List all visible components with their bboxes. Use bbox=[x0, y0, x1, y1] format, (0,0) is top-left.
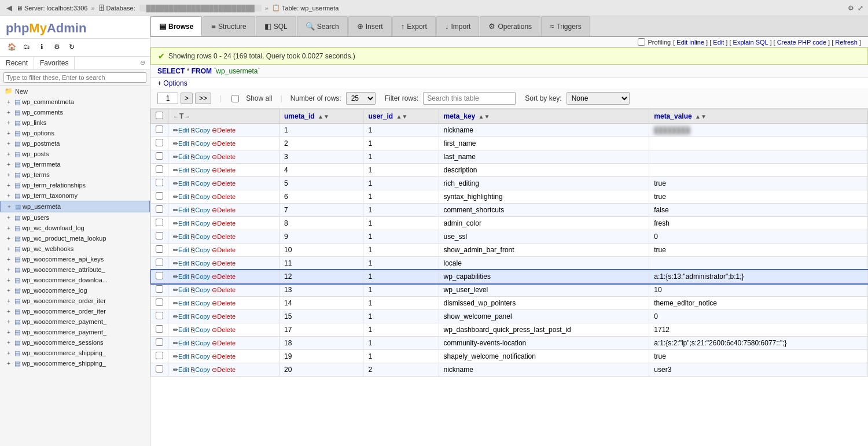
expand-icon[interactable]: + bbox=[5, 349, 13, 357]
row-checkbox[interactable] bbox=[156, 139, 163, 146]
next-page-btn[interactable]: > bbox=[181, 93, 193, 104]
expand-icon[interactable]: + bbox=[5, 139, 13, 148]
select-all-checkbox[interactable] bbox=[156, 112, 163, 119]
expand-icon[interactable]: + bbox=[5, 266, 13, 274]
row-checkbox[interactable] bbox=[156, 325, 163, 333]
settings-icon[interactable]: ⚙ bbox=[51, 41, 62, 53]
sidebar-item-wp_woocommerce_order_iter[interactable]: +▤wp_woocommerce_order_iter bbox=[0, 306, 150, 316]
row-checkbox[interactable] bbox=[156, 259, 163, 266]
edit-button[interactable]: Edit bbox=[178, 140, 189, 147]
tab-insert[interactable]: ⊕Insert bbox=[348, 16, 392, 36]
sidebar-item-wp_wc_download_log[interactable]: +▤wp_wc_download_log bbox=[0, 223, 150, 233]
sidebar-item-wp_woocommerce_log[interactable]: +▤wp_woocommerce_log bbox=[0, 285, 150, 296]
delete-button[interactable]: Delete bbox=[217, 313, 236, 320]
copy-button[interactable]: Copy bbox=[195, 246, 210, 253]
copy-button[interactable]: Copy bbox=[195, 260, 210, 267]
row-checkbox[interactable] bbox=[156, 352, 163, 359]
sidebar-new-item[interactable]: 📁 New bbox=[0, 86, 150, 97]
sidebar-item-wp_woocommerce_sessions[interactable]: +▤wp_woocommerce_sessions bbox=[0, 337, 150, 348]
col-arrow-right[interactable]: → bbox=[184, 113, 190, 120]
sidebar-item-wp_wc_product_meta_lookup[interactable]: +▤wp_wc_product_meta_lookup bbox=[0, 233, 150, 244]
row-checkbox[interactable] bbox=[156, 285, 163, 293]
expand-icon[interactable]: + bbox=[5, 98, 13, 106]
copy-button[interactable]: Copy bbox=[195, 353, 210, 360]
sidebar-item-wp_term_relationships[interactable]: +▤wp_term_relationships bbox=[0, 180, 150, 190]
expand-icon[interactable]: + bbox=[5, 181, 13, 189]
options-link[interactable]: + Options bbox=[157, 79, 187, 87]
delete-button[interactable]: Delete bbox=[217, 167, 236, 174]
row-checkbox[interactable] bbox=[156, 152, 163, 160]
copy-button[interactable]: Copy bbox=[195, 127, 210, 134]
sidebar-item-wp_users[interactable]: +▤wp_users bbox=[0, 212, 150, 223]
delete-button[interactable]: Delete bbox=[217, 180, 236, 187]
row-checkbox[interactable] bbox=[156, 232, 163, 239]
expand-icon[interactable]: + bbox=[5, 171, 13, 179]
delete-button[interactable]: Delete bbox=[217, 127, 236, 134]
edit-button[interactable]: Edit bbox=[178, 233, 189, 240]
refresh-icon[interactable]: ↻ bbox=[66, 41, 78, 53]
meta-value-sort-icon[interactable]: ▲▼ bbox=[695, 113, 707, 120]
expand-icon[interactable]: + bbox=[5, 245, 13, 253]
edit-button[interactable]: Edit bbox=[178, 300, 189, 307]
resize-window-btn[interactable]: ⤢ bbox=[858, 4, 863, 12]
sort-select[interactable]: None umeta_id user_id meta_key meta_valu… bbox=[567, 92, 630, 105]
sidebar-item-wp_options[interactable]: +▤wp_options bbox=[0, 128, 150, 138]
delete-button[interactable]: Delete bbox=[217, 260, 236, 267]
expand-icon[interactable]: + bbox=[5, 224, 13, 232]
tab-sql[interactable]: ◧SQL bbox=[256, 16, 296, 36]
delete-button[interactable]: Delete bbox=[217, 153, 236, 160]
sidebar-item-wp_woocommerce_attribute_[interactable]: +▤wp_woocommerce_attribute_ bbox=[0, 264, 150, 275]
edit-button[interactable]: Edit bbox=[178, 340, 189, 347]
edit-button[interactable]: Edit bbox=[178, 313, 189, 320]
copy-button[interactable]: Copy bbox=[195, 193, 210, 200]
profiling-link-create-php-code[interactable]: Create PHP code bbox=[777, 39, 826, 46]
expand-icon[interactable]: + bbox=[5, 328, 13, 336]
sidebar-item-wp_woocommerce_order_iter[interactable]: +▤wp_woocommerce_order_iter bbox=[0, 296, 150, 306]
expand-icon[interactable]: + bbox=[5, 359, 13, 367]
edit-button[interactable]: Edit bbox=[178, 220, 189, 227]
delete-button[interactable]: Delete bbox=[217, 140, 236, 147]
profiling-checkbox[interactable] bbox=[638, 38, 645, 46]
delete-button[interactable]: Delete bbox=[217, 300, 236, 307]
copy-button[interactable]: Copy bbox=[195, 167, 210, 174]
edit-button[interactable]: Edit bbox=[178, 273, 189, 280]
expand-icon[interactable]: + bbox=[5, 338, 13, 347]
delete-button[interactable]: Delete bbox=[217, 220, 236, 227]
edit-button[interactable]: Edit bbox=[178, 286, 189, 293]
copy-button[interactable]: Copy bbox=[195, 220, 210, 227]
expand-icon[interactable]: + bbox=[5, 318, 13, 326]
delete-button[interactable]: Delete bbox=[217, 366, 236, 373]
copy-button[interactable]: Copy bbox=[195, 286, 210, 293]
sidebar-item-wp_links[interactable]: +▤wp_links bbox=[0, 117, 150, 128]
tab-import[interactable]: ↓Import bbox=[436, 16, 480, 36]
copy-button[interactable]: Copy bbox=[195, 273, 210, 280]
col-sort-icon[interactable]: T bbox=[179, 112, 183, 120]
home-icon[interactable]: 🏠 bbox=[6, 41, 17, 53]
delete-button[interactable]: Delete bbox=[217, 326, 236, 333]
meta-key-sort-icon[interactable]: ▲▼ bbox=[479, 113, 490, 120]
copy-button[interactable]: Copy bbox=[195, 313, 210, 320]
delete-button[interactable]: Delete bbox=[217, 207, 236, 213]
delete-button[interactable]: Delete bbox=[217, 233, 236, 240]
user-id-sort-icon[interactable]: ▲▼ bbox=[396, 113, 407, 120]
tab-browse[interactable]: ▤Browse bbox=[150, 16, 202, 36]
th-umeta-id[interactable]: umeta_id ▲▼ bbox=[279, 109, 363, 124]
sidebar-tab-recent[interactable]: Recent bbox=[0, 57, 34, 69]
sidebar-item-wp_woocommerce_api_keys[interactable]: +▤wp_woocommerce_api_keys bbox=[0, 254, 150, 264]
expand-icon[interactable]: + bbox=[5, 276, 13, 284]
back-arrow[interactable]: ◀ bbox=[5, 3, 14, 12]
expand-icon[interactable]: + bbox=[5, 160, 13, 168]
umeta-id-sort-icon[interactable]: ▲▼ bbox=[318, 113, 329, 120]
copy-button[interactable]: Copy bbox=[195, 180, 210, 187]
profiling-link-refresh[interactable]: Refresh bbox=[835, 39, 858, 46]
sidebar-item-wp_postmeta[interactable]: +▤wp_postmeta bbox=[0, 138, 150, 149]
expand-icon[interactable]: + bbox=[5, 307, 13, 315]
sidebar-item-wp_commentmeta[interactable]: +▤wp_commentmeta bbox=[0, 97, 150, 107]
row-checkbox[interactable] bbox=[156, 219, 163, 226]
row-checkbox[interactable] bbox=[156, 126, 163, 133]
copy-button[interactable]: Copy bbox=[195, 233, 210, 240]
sidebar-item-wp_woocommerce_shipping_[interactable]: +▤wp_woocommerce_shipping_ bbox=[0, 358, 150, 368]
show-all-checkbox[interactable] bbox=[231, 95, 239, 102]
sidebar-item-wp_woocommerce_payment_[interactable]: +▤wp_woocommerce_payment_ bbox=[0, 316, 150, 327]
sidebar-item-wp_comments[interactable]: +▤wp_comments bbox=[0, 107, 150, 117]
